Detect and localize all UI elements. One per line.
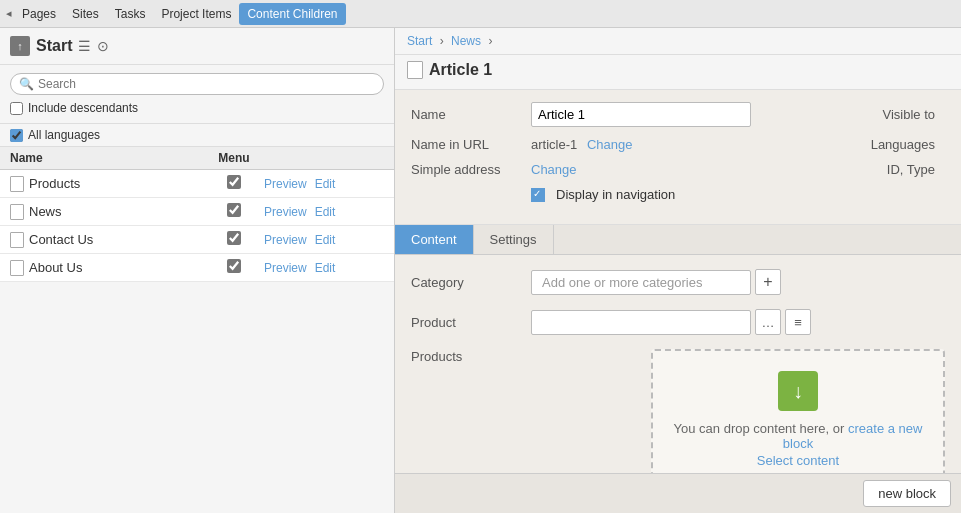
name-in-url-row: Name in URL article-1 Change Languages bbox=[411, 137, 945, 152]
page-icon bbox=[10, 176, 24, 192]
ellipsis-button[interactable]: … bbox=[755, 309, 781, 335]
hamburger-icon[interactable]: ☰ bbox=[78, 38, 91, 54]
product-row: Product … ≡ bbox=[411, 309, 945, 335]
simple-address-change-link[interactable]: Change bbox=[531, 162, 577, 177]
tab-settings[interactable]: Settings bbox=[474, 225, 554, 254]
list-button[interactable]: ≡ bbox=[785, 309, 811, 335]
page-icon bbox=[10, 204, 24, 220]
nav-tasks[interactable]: Tasks bbox=[107, 3, 154, 25]
tree-row[interactable]: Contact Us Preview Edit bbox=[0, 226, 394, 254]
name-input[interactable] bbox=[531, 102, 751, 127]
start-header: ↑ Start ☰ ⊙ bbox=[0, 28, 394, 65]
display-nav-row: Display in navigation bbox=[411, 187, 945, 202]
name-in-url-label: Name in URL bbox=[411, 137, 531, 152]
tree-row[interactable]: Products Preview Edit bbox=[0, 170, 394, 198]
row-name: About Us bbox=[29, 260, 204, 275]
preview-link[interactable]: Preview bbox=[264, 177, 307, 191]
products-row: Products ↓ You can drop content here, or… bbox=[411, 349, 945, 473]
products-drop-area[interactable]: ↓ You can drop content here, or create a… bbox=[651, 349, 945, 473]
breadcrumb-sep2: › bbox=[488, 34, 492, 48]
product-label: Product bbox=[411, 315, 531, 330]
product-input[interactable] bbox=[531, 310, 751, 335]
menu-checkbox[interactable] bbox=[227, 175, 241, 189]
top-navigation: ◂ Pages Sites Tasks Project Items Conten… bbox=[0, 0, 961, 28]
drop-download-icon: ↓ bbox=[778, 371, 818, 411]
name-in-url-field: article-1 Change bbox=[531, 137, 795, 152]
article-title: Article 1 bbox=[429, 61, 492, 79]
tab-content[interactable]: Content bbox=[395, 225, 474, 254]
right-panel: Start › News › Article 1 Name Visible to… bbox=[395, 28, 961, 513]
select-content-link[interactable]: Select content bbox=[673, 453, 923, 468]
products-label: Products bbox=[411, 349, 531, 364]
name-in-url-value: article-1 bbox=[531, 137, 577, 152]
breadcrumb: Start › News › bbox=[395, 28, 961, 55]
category-button[interactable]: Add one or more categories bbox=[531, 270, 751, 295]
edit-link[interactable]: Edit bbox=[315, 233, 336, 247]
category-field: Add one or more categories + bbox=[531, 269, 781, 295]
nav-project-items[interactable]: Project Items bbox=[153, 3, 239, 25]
name-field bbox=[531, 102, 795, 127]
row-name: News bbox=[29, 204, 204, 219]
edit-link[interactable]: Edit bbox=[315, 205, 336, 219]
display-nav-checkbox[interactable] bbox=[531, 188, 545, 202]
edit-link[interactable]: Edit bbox=[315, 261, 336, 275]
name-in-url-change-link[interactable]: Change bbox=[587, 137, 633, 152]
start-title: Start bbox=[36, 37, 72, 55]
visible-to-label: Visible to bbox=[795, 107, 945, 122]
name-row: Name Visible to bbox=[411, 102, 945, 127]
col-menu-header: Menu bbox=[204, 151, 264, 165]
all-languages-label: All languages bbox=[28, 128, 100, 142]
search-area: 🔍 Include descendants bbox=[0, 65, 394, 124]
preview-link[interactable]: Preview bbox=[264, 205, 307, 219]
tree-rows: Products Preview Edit News Preview Ed bbox=[0, 170, 394, 513]
id-type-label: ID, Type bbox=[795, 162, 945, 177]
simple-address-label: Simple address bbox=[411, 162, 531, 177]
include-descendants-text: Include descendants bbox=[28, 101, 138, 115]
menu-checkbox[interactable] bbox=[227, 259, 241, 273]
page-icon bbox=[10, 232, 24, 248]
nav-arrow-icon[interactable]: ◂ bbox=[6, 7, 12, 20]
search-box: 🔍 bbox=[10, 73, 384, 95]
tree-row[interactable]: About Us Preview Edit bbox=[0, 254, 394, 282]
menu-checkbox[interactable] bbox=[227, 231, 241, 245]
drop-text-content: You can drop content here, or bbox=[674, 421, 845, 436]
tree-row[interactable]: News Preview Edit bbox=[0, 198, 394, 226]
form-area: Name Visible to Name in URL article-1 Ch… bbox=[395, 90, 961, 225]
nav-pages[interactable]: Pages bbox=[14, 3, 64, 25]
search-input[interactable] bbox=[38, 77, 375, 91]
preview-link[interactable]: Preview bbox=[264, 261, 307, 275]
simple-address-field: Change bbox=[531, 162, 795, 177]
category-row: Category Add one or more categories + bbox=[411, 269, 945, 295]
simple-address-row: Simple address Change ID, Type bbox=[411, 162, 945, 177]
main-container: ↑ Start ☰ ⊙ 🔍 Include descendants All la… bbox=[0, 28, 961, 513]
drop-text: You can drop content here, or create a n… bbox=[673, 421, 923, 451]
nav-content-children[interactable]: Content Children bbox=[239, 3, 345, 25]
category-label: Category bbox=[411, 275, 531, 290]
breadcrumb-start[interactable]: Start bbox=[407, 34, 432, 48]
article-header: Article 1 bbox=[395, 55, 961, 90]
nav-sites[interactable]: Sites bbox=[64, 3, 107, 25]
add-category-button[interactable]: + bbox=[755, 269, 781, 295]
all-languages-row: All languages bbox=[0, 124, 394, 147]
include-descendants-checkbox[interactable] bbox=[10, 102, 23, 115]
languages-label: Languages bbox=[795, 137, 945, 152]
display-nav-field: Display in navigation bbox=[531, 187, 675, 202]
name-label: Name bbox=[411, 107, 531, 122]
edit-link[interactable]: Edit bbox=[315, 177, 336, 191]
breadcrumb-news[interactable]: News bbox=[451, 34, 481, 48]
preview-link[interactable]: Preview bbox=[264, 233, 307, 247]
tabs: Content Settings bbox=[395, 225, 961, 255]
col-name-header: Name bbox=[10, 151, 204, 165]
page-icon bbox=[10, 260, 24, 276]
product-field: … ≡ bbox=[531, 309, 811, 335]
menu-checkbox[interactable] bbox=[227, 203, 241, 217]
breadcrumb-sep: › bbox=[440, 34, 444, 48]
new-block-button[interactable]: new block bbox=[863, 480, 951, 507]
upload-icon[interactable]: ↑ bbox=[10, 36, 30, 56]
table-header: Name Menu bbox=[0, 147, 394, 170]
content-area: Category Add one or more categories + Pr… bbox=[395, 255, 961, 473]
all-languages-checkbox[interactable] bbox=[10, 129, 23, 142]
settings-icon[interactable]: ⊙ bbox=[97, 38, 109, 54]
sidebar: ↑ Start ☰ ⊙ 🔍 Include descendants All la… bbox=[0, 28, 395, 513]
bottom-bar: new block bbox=[395, 473, 961, 513]
